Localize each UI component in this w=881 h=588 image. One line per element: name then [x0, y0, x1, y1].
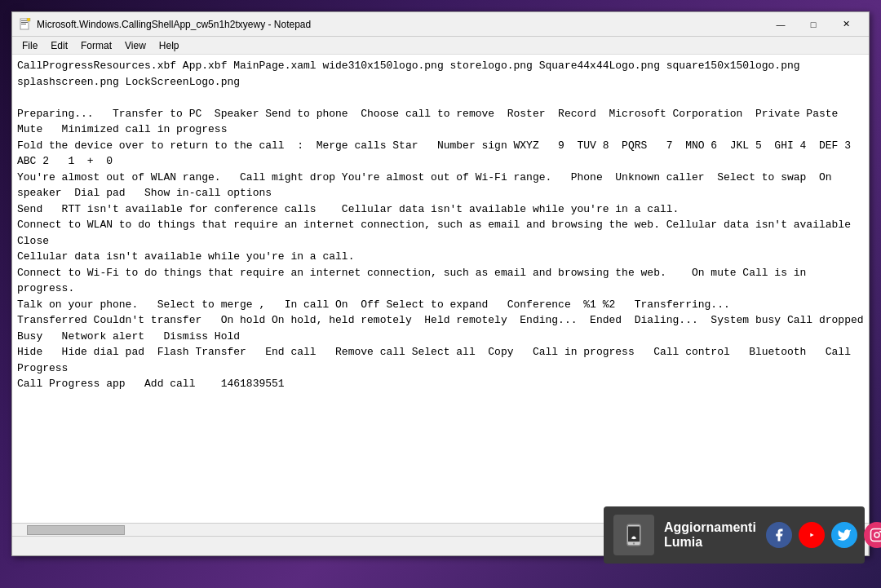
- facebook-icon[interactable]: [766, 522, 792, 548]
- notification-title: Aggiornamenti Lumia: [664, 520, 756, 550]
- title-bar: Microsoft.Windows.CallingShellApp_cw5n1h…: [12, 12, 869, 37]
- notepad-window: Microsoft.Windows.CallingShellApp_cw5n1h…: [11, 11, 870, 556]
- text-content[interactable]: CallProgressResources.xbf App.xbf MainPa…: [12, 55, 869, 523]
- svg-point-11: [874, 533, 879, 537]
- menu-help[interactable]: Help: [153, 38, 186, 53]
- status-empty: [12, 537, 704, 555]
- svg-rect-4: [27, 18, 30, 21]
- twitter-icon[interactable]: [831, 522, 857, 548]
- close-button[interactable]: ✕: [830, 12, 862, 37]
- svg-rect-3: [21, 24, 26, 24]
- youtube-icon[interactable]: [799, 522, 825, 548]
- menu-file[interactable]: File: [15, 38, 44, 53]
- maximize-button[interactable]: □: [797, 12, 830, 37]
- horizontal-scroll-thumb[interactable]: [27, 525, 125, 535]
- svg-point-7: [633, 542, 635, 544]
- minimize-button[interactable]: —: [764, 12, 797, 37]
- svg-point-8: [632, 537, 635, 540]
- notification-icon-area: [613, 515, 654, 555]
- window-title: Microsoft.Windows.CallingShellApp_cw5n1h…: [37, 19, 764, 30]
- notification-banner: Aggiornamenti Lumia: [604, 506, 865, 564]
- svg-rect-2: [21, 22, 28, 23]
- menu-format[interactable]: Format: [74, 38, 118, 53]
- notepad-icon: [19, 18, 32, 31]
- svg-rect-6: [628, 527, 640, 542]
- menu-bar: File Edit Format View Help: [12, 37, 869, 55]
- notification-social-links: [766, 522, 881, 548]
- menu-view[interactable]: View: [118, 38, 153, 53]
- instagram-icon[interactable]: [864, 522, 881, 548]
- phone-icon: [622, 524, 645, 546]
- window-controls: — □ ✕: [764, 12, 862, 37]
- menu-edit[interactable]: Edit: [44, 38, 74, 53]
